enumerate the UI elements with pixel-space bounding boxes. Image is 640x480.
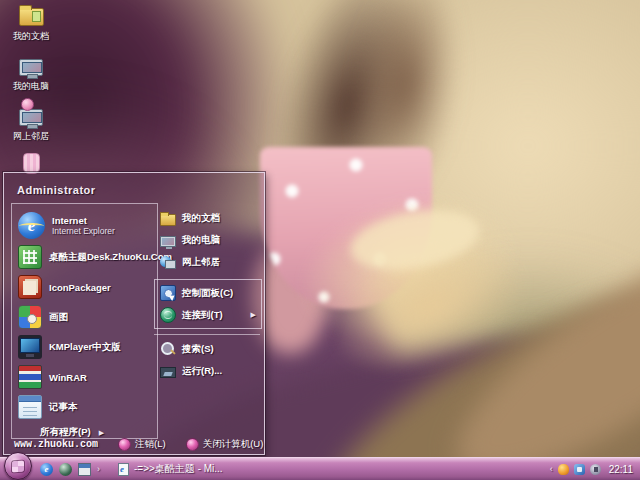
menu-item-zhuoku-theme[interactable]: 桌酷主题Desk.ZhuoKu.Com (16, 242, 153, 272)
menu-item-title: 桌酷主题Desk.ZhuoKu.Com (49, 251, 172, 264)
menu-item-label: 控制面板(C) (182, 287, 233, 300)
menu-item-title: 记事本 (49, 401, 78, 414)
menu-item-label: 我的电脑 (182, 234, 220, 247)
start-menu-footer: www.zhuoku.com 注销(L) 关闭计算机(U) (4, 434, 264, 454)
menu-item-label: 运行(R)... (182, 365, 222, 378)
menu-item-run[interactable]: 运行(R)... (157, 360, 263, 382)
volume-tray-icon[interactable] (590, 464, 601, 475)
tray-collapse-icon[interactable]: ‹ (550, 464, 553, 474)
menu-item-my-documents[interactable]: 我的文档 (157, 207, 263, 229)
menu-item-network-places[interactable]: 网上邻居 (157, 251, 263, 273)
submenu-arrow-icon: ▶ (251, 311, 256, 319)
menu-item-label: 搜索(S) (182, 343, 214, 356)
menu-item-control-panel[interactable]: 控制面板(C) (157, 282, 259, 304)
my-computer-icon (160, 236, 176, 247)
desktop-icon-network-places[interactable]: 网上邻居 (4, 102, 58, 143)
connect-to-icon (160, 307, 176, 323)
start-menu-username: Administrator (17, 184, 96, 196)
quick-launch-bar: › (40, 463, 100, 476)
menu-item-winrar[interactable]: WinRAR (16, 362, 153, 392)
internet-explorer-icon (18, 212, 45, 239)
notepad-icon (18, 395, 42, 419)
log-off-icon (118, 438, 131, 451)
menu-item-label: 连接到(T) (182, 309, 223, 322)
menu-item-title: KMPlayer中文版 (49, 341, 121, 354)
shut-down-icon (186, 438, 199, 451)
my-computer-icon (19, 52, 43, 76)
taskbar-window-icon (118, 463, 129, 476)
menu-item-title: Internet (52, 215, 115, 226)
system-tray: ‹ 22:11 (550, 464, 640, 475)
desktop: 我的文档 我的电脑 网上邻居 Administrator Internet In… (0, 0, 640, 480)
log-off-button[interactable]: 注销(L) (118, 438, 166, 451)
menu-item-title: IconPackager (49, 282, 111, 293)
menu-item-iconpackager[interactable]: IconPackager (16, 272, 153, 302)
menu-item-kmplayer[interactable]: KMPlayer中文版 (16, 332, 153, 362)
taskbar-window-button[interactable]: -=>>桌酷主题 - Mi... (112, 460, 229, 478)
taskbar-clock[interactable]: 22:11 (609, 464, 633, 475)
my-documents-icon (160, 214, 176, 226)
menu-item-subtitle: Internet Explorer (52, 226, 115, 236)
shut-down-label: 关闭计算机(U) (203, 438, 264, 451)
taskbar-window-title: -=>>桌酷主题 - Mi... (134, 462, 223, 476)
shut-down-button[interactable]: 关闭计算机(U) (186, 438, 264, 451)
start-menu: Administrator Internet Internet Explorer… (3, 172, 265, 455)
ie-quick-launch-icon[interactable] (40, 463, 53, 476)
desktop-icon-label: 网上邻居 (13, 130, 49, 143)
desktop-icon-label: 我的文档 (13, 30, 49, 43)
windows-update-tray-icon[interactable] (574, 464, 585, 475)
start-menu-pinned-panel: Internet Internet Explorer 桌酷主题Desk.Zhuo… (11, 203, 158, 439)
menu-item-label: 网上邻居 (182, 256, 220, 269)
control-panel-icon (160, 285, 176, 301)
run-icon (160, 367, 176, 378)
menu-item-notepad[interactable]: 记事本 (16, 392, 153, 422)
desktop-icon-label: 我的电脑 (13, 80, 49, 93)
qq-tray-icon[interactable] (558, 464, 569, 475)
zhuoku-site-link[interactable]: www.zhuoku.com (14, 439, 98, 450)
log-off-label: 注销(L) (135, 438, 166, 451)
iconpackager-icon (18, 275, 42, 299)
menu-item-internet-explorer[interactable]: Internet Internet Explorer (16, 209, 153, 242)
menu-item-search[interactable]: 搜索(S) (157, 338, 263, 360)
kmplayer-icon (18, 335, 42, 359)
my-documents-icon (19, 2, 44, 26)
menu-item-paint[interactable]: 画图 (16, 302, 153, 332)
desktop-icon-my-documents[interactable]: 我的文档 (4, 2, 58, 43)
search-icon (160, 341, 176, 357)
menu-item-title: 画图 (49, 311, 68, 324)
explorer-quick-launch-icon[interactable] (78, 463, 91, 476)
network-places-icon (19, 102, 43, 126)
quick-launch-expand-icon[interactable]: › (97, 464, 100, 474)
zhuoku-theme-icon (18, 245, 42, 269)
menu-separator (154, 334, 260, 335)
recycle-bin-icon (23, 150, 40, 174)
paint-icon (18, 305, 42, 329)
menu-item-label: 我的文档 (182, 212, 220, 225)
taskbar: › -=>>桌酷主题 - Mi... ‹ 22:11 (0, 457, 640, 480)
start-menu-places-panel: 我的文档 我的电脑 网上邻居 控制面板(C) 连接到(T) ▶ (157, 207, 263, 382)
show-desktop-icon[interactable] (59, 463, 72, 476)
desktop-icon-my-computer[interactable]: 我的电脑 (4, 52, 58, 93)
network-places-icon (160, 254, 176, 270)
winrar-icon (18, 365, 42, 389)
start-button[interactable] (4, 452, 32, 480)
menu-item-title: WinRAR (49, 372, 87, 383)
menu-item-connect-to[interactable]: 连接到(T) ▶ (157, 304, 259, 326)
start-menu-group-box: 控制面板(C) 连接到(T) ▶ (154, 279, 262, 329)
menu-item-my-computer[interactable]: 我的电脑 (157, 229, 263, 251)
